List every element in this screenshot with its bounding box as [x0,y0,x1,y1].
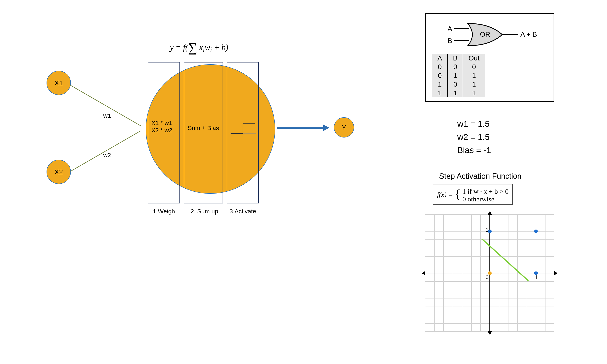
step-fn-title: Step Activation Function [439,172,522,181]
step-fn-lhs: f(x) = [437,191,455,198]
or-gate-label: OR [480,30,490,38]
table-row: 101 [432,80,485,89]
eq-lhs: y = f( [170,43,188,52]
or-gate-output: A + B [520,30,537,38]
step-fn-case2: 0 otherwise [462,195,508,203]
output-arrow [277,127,324,129]
output-arrow-head-icon [323,125,330,131]
input-x1-label: X1 [54,79,63,87]
input-x2-label: X2 [54,168,63,176]
eq-i1: i [203,46,205,53]
stage-weigh-text: X1 * w1 X2 * w2 [151,119,172,134]
table-row: 111 [432,89,485,97]
truth-table: A B Out 000 011 101 111 [432,54,485,97]
table-row: 000 [432,63,485,71]
param-w1: w1 = 1.5 [457,117,491,130]
or-gate-panel: A B OR A + B A B Out 000 011 101 111 [425,13,554,102]
table-row: 011 [432,71,485,80]
tt-head-out: Out [463,54,485,63]
neuron-equation: y = f(∑ xiwi + b) [170,39,228,53]
weigh-line-2: X2 * w2 [151,127,172,134]
edge-w2-label: w2 [103,152,111,158]
tt-head-b: B [448,54,463,63]
stage-weigh-label: 1.Weigh [148,208,180,215]
y-tick-1: 1 [486,227,488,233]
stage-sum-text: Sum + Bias [188,124,219,132]
or-gate-input-b: B [448,37,452,45]
step-fn-definition: f(x) = { 1 if w · x + b > 0 0 otherwise [433,184,513,205]
step-fn-case1: 1 if w · x + b > 0 [462,188,508,195]
decision-boundary-chart: 1 1 0 [425,214,554,332]
chart-point-00 [488,271,492,275]
edge-w2 [70,131,141,172]
chart-point-11 [534,230,538,233]
weigh-line-1: X1 * w1 [151,119,172,127]
x-axis-arrow-left-icon [422,271,425,275]
input-x2: X2 [47,160,71,184]
stage-sum-label: 2. Sum up [186,208,223,215]
x-axis-arrow-right-icon [554,271,558,275]
y-axis-arrow-up-icon [488,211,492,215]
tt-head-a: A [432,54,448,63]
sigma-icon: ∑ [188,40,197,55]
origin-label: 0 [486,274,488,281]
chart-point-01 [488,230,492,233]
perceptron-parameters: w1 = 1.5 w2 = 1.5 Bias = -1 [457,117,491,157]
output-y: Y [334,117,354,138]
edge-w1-label: w1 [103,112,111,119]
eq-w: w [205,43,210,52]
input-x1: X1 [47,71,71,95]
eq-x: x [199,43,203,52]
edge-w1 [70,85,141,126]
x-tick-1: 1 [535,274,538,281]
output-y-label: Y [342,124,346,131]
eq-i2: i [210,46,212,53]
param-bias: Bias = -1 [457,143,491,157]
stage-activate-label: 3.Activate [227,208,259,215]
stage-sum-box [184,62,223,203]
eq-tail: + b) [212,43,228,52]
y-axis-arrow-down-icon [488,331,492,335]
or-gate-input-a: A [448,25,452,33]
param-w2: w2 = 1.5 [457,130,491,143]
step-function-icon [230,119,256,138]
